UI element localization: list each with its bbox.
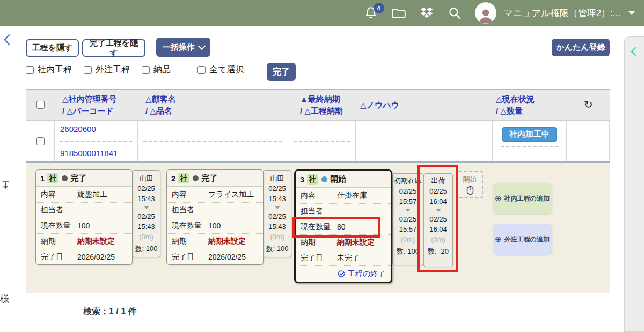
divider bbox=[501, 146, 559, 147]
search-result-count: 検索：1 / 1 件 bbox=[83, 306, 137, 318]
account-menu[interactable]: マニュアル権限（管理2）:... bbox=[475, 2, 635, 24]
process-card-1[interactable]: 1 社 完了 内容旋盤加工 担当者 現在数量100 納期納期未設定 完了日202… bbox=[35, 169, 160, 265]
card-number: 3 bbox=[300, 175, 304, 184]
sort-header-customer[interactable]: △顧客名/ △品名 bbox=[138, 93, 288, 117]
timeline-panel-card-1: 山田 02/25 15:43 02/25 15:43 (0m) 数: 100 bbox=[132, 170, 160, 257]
account-label: マニュアル権限（管理2）:... bbox=[504, 7, 620, 19]
sort-header-management[interactable]: △社内管理番号/ △バーコード bbox=[55, 93, 138, 117]
barcode-link[interactable]: 9185000011841 bbox=[60, 149, 132, 158]
complete-button[interactable]: 完了 bbox=[267, 63, 296, 81]
sort-header-knowhow[interactable]: △ノウハウ bbox=[356, 99, 493, 111]
add-internal-process-button[interactable]: ⊕ 社内工程の追加 bbox=[493, 183, 552, 214]
arrow-down-icon bbox=[405, 209, 411, 212]
status-dot-icon bbox=[321, 176, 327, 182]
filter-row: 社内工程 外注工程 納品 bbox=[26, 64, 171, 76]
collapse-chevron-icon[interactable] bbox=[630, 47, 638, 58]
card-number: 1 bbox=[40, 174, 45, 183]
plus-circle-icon: ⊕ bbox=[495, 194, 502, 203]
hide-completed-process-button[interactable]: 完了工程を隠す bbox=[82, 39, 145, 57]
sort-header-status[interactable]: △現在状況/ △数量 bbox=[493, 93, 567, 117]
easy-register-button[interactable]: かんたん登録 bbox=[552, 39, 610, 56]
divider bbox=[60, 141, 132, 142]
search-icon[interactable] bbox=[447, 5, 462, 20]
work-order-table: △社内管理番号/ △バーコード △顧客名/ △品名 ▲最終納期/ △工程納期 △… bbox=[26, 89, 610, 163]
download-to-line-icon[interactable] bbox=[2, 180, 10, 191]
arrow-down-icon bbox=[144, 206, 149, 209]
filter-label: 外注工程 bbox=[96, 64, 130, 76]
checkbox-external-process[interactable] bbox=[84, 66, 92, 74]
card-status: 完了 bbox=[201, 173, 217, 183]
avatar bbox=[475, 2, 496, 24]
sort-header-due[interactable]: ▲最終納期/ △工程納期 bbox=[288, 93, 356, 117]
management-number-link[interactable]: 26020600 bbox=[60, 124, 132, 134]
select-all-row: 全て選択 bbox=[197, 64, 244, 76]
empty-cell-divider bbox=[143, 141, 282, 142]
checkbox-internal-process[interactable] bbox=[26, 66, 34, 74]
filter-label: 全て選択 bbox=[209, 64, 244, 76]
table-header-row: △社内管理番号/ △バーコード △顧客名/ △品名 ▲最終納期/ △工程納期 △… bbox=[26, 89, 610, 121]
header-checkbox[interactable] bbox=[36, 101, 45, 109]
arrow-down-icon bbox=[436, 209, 441, 212]
process-card-3-selected[interactable]: 3 社 開始 内容仕掛在庫 担当者 現在数量80 納期納期未設定 完了日未完了 … bbox=[294, 169, 392, 283]
chevron-down-icon bbox=[197, 42, 205, 50]
start-drop-panel[interactable]: 開始 bbox=[457, 171, 483, 198]
checkbox-select-all[interactable] bbox=[197, 66, 206, 74]
left-clipped-text: 様 bbox=[0, 293, 9, 305]
caret-down-icon bbox=[628, 11, 635, 15]
folder-icon[interactable] bbox=[391, 5, 406, 20]
internal-type-badge: 社 bbox=[307, 174, 318, 185]
timeline-panel-card-2: 山田 02/25 15:43 02/25 15:43 (0m) 数: 100 bbox=[263, 170, 291, 257]
mouse-icon bbox=[466, 186, 474, 195]
filter-label: 納品 bbox=[153, 64, 171, 76]
internal-type-badge: 社 bbox=[178, 173, 189, 183]
notification-bell-icon[interactable]: 4 bbox=[363, 5, 378, 20]
checkbox-delivery[interactable] bbox=[142, 66, 150, 74]
status-badge: 社内加工中 bbox=[502, 127, 557, 142]
process-flow-area: 1 社 完了 内容旋盤加工 担当者 現在数量100 納期納期未設定 完了日202… bbox=[26, 163, 610, 293]
bulk-action-button[interactable]: 一括操作 bbox=[156, 38, 210, 57]
top-header-bar: 4 bbox=[0, 0, 644, 26]
plus-circle-icon: ⊕ bbox=[495, 234, 502, 244]
notification-count-badge: 4 bbox=[374, 3, 384, 13]
status-dot-icon bbox=[62, 175, 68, 181]
hide-process-button[interactable]: 工程を隠す bbox=[26, 39, 79, 57]
filter-label: 社内工程 bbox=[38, 64, 72, 76]
check-circle-icon bbox=[338, 270, 345, 278]
back-chevron-icon[interactable] bbox=[3, 33, 11, 48]
refresh-icon[interactable]: ↻ bbox=[583, 97, 593, 113]
timeline-panel-shipment: 出荷 02/25 16:04 02/25 16:04 (0m) 数: -20 bbox=[423, 173, 453, 267]
add-external-process-button[interactable]: ⊕ 外注工程の追加 bbox=[493, 224, 552, 255]
card-status: 完了 bbox=[70, 173, 86, 183]
process-card-2[interactable]: 2 社 完了 内容フライス加工 担当者 現在数量100 納期納期未設定 完了日2… bbox=[166, 169, 291, 265]
table-row[interactable]: 26020600 9185000011841 社内加工中 bbox=[26, 121, 610, 163]
dropbox-icon[interactable] bbox=[419, 5, 434, 20]
card-number: 2 bbox=[171, 174, 175, 183]
right-collapse-sidebar[interactable] bbox=[624, 36, 644, 332]
app-window: 4 bbox=[0, 0, 644, 332]
empty-cell-divider bbox=[294, 141, 350, 142]
timeline-panel-initial-stock: 初期在庫 02/25 15:57 02/25 15:57 (0m) 数: 100 bbox=[392, 173, 423, 265]
end-process-link[interactable]: 工程の終了 bbox=[296, 265, 391, 282]
card-status: 開始 bbox=[330, 174, 346, 185]
row-checkbox[interactable] bbox=[36, 137, 45, 145]
internal-type-badge: 社 bbox=[47, 173, 58, 183]
arrow-down-icon bbox=[275, 206, 280, 209]
status-dot-icon bbox=[193, 175, 199, 181]
